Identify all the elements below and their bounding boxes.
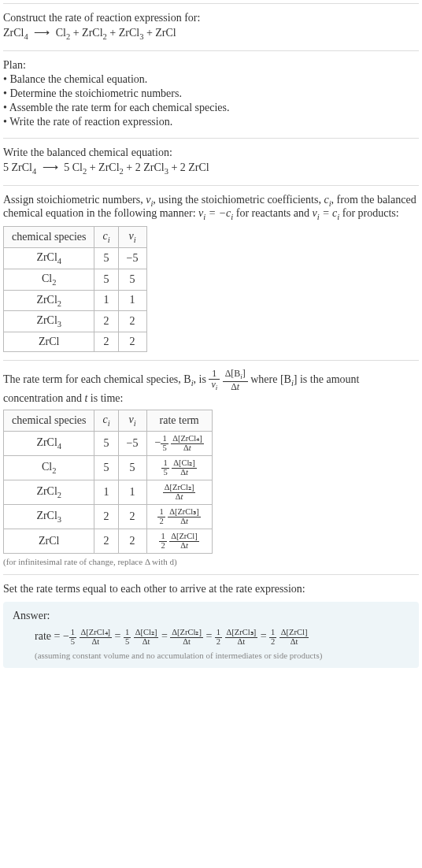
cell-c: 2 (94, 505, 118, 529)
rateterm-caption: (for infinitesimal rate of change, repla… (3, 557, 419, 566)
nu-symbol: νi (146, 194, 153, 206)
eq: νi = −ci (198, 207, 233, 219)
reactant-text: ZrCl (3, 27, 24, 39)
rateterm-section: The rate term for each chemical species,… (3, 360, 419, 574)
col-rate: rate term (146, 410, 212, 432)
table-row: Cl255 (4, 269, 147, 290)
cell-species: ZrCl3 (4, 311, 94, 332)
cell-v: 1 (118, 290, 146, 311)
col-ci: ci (94, 410, 118, 432)
cell-v: 1 (118, 480, 146, 505)
arrow-icon: ⟶ (43, 161, 58, 174)
table-row: ZrCl322 (4, 311, 147, 332)
cell-rate: 12 Δ[ZrCl₃]Δt (146, 505, 212, 529)
balanced-equation: 5 ZrCl4 ⟶ 5 Cl2 + ZrCl2 + 2 ZrCl3 + 2 Zr… (3, 161, 419, 176)
plan-item: • Balance the chemical equation. (3, 73, 419, 86)
cell-c: 5 (94, 456, 118, 480)
table-row: Cl2 5 5 15 Δ[Cl₂]Δt (4, 456, 213, 480)
table-row: ZrCl22 (4, 332, 147, 352)
cell-rate: −15 Δ[ZrCl₄]Δt (146, 432, 212, 456)
cell-species: ZrCl2 (4, 480, 94, 505)
sub: 4 (24, 32, 28, 41)
plan-item: • Determine the stoichiometric numbers. (3, 87, 419, 100)
rateterm-intro: The rate term for each chemical species,… (3, 369, 419, 405)
final-title: Set the rate terms equal to each other t… (3, 583, 419, 595)
col-ci: ci (94, 227, 118, 248)
cell-rate: 15 Δ[Cl₂]Δt (146, 456, 212, 480)
products: Cl2 + ZrCl2 + ZrCl3 + ZrCl (56, 27, 176, 39)
cell-species: ZrCl2 (4, 290, 94, 311)
text: , is (194, 374, 209, 386)
prompt-section: Construct the rate of reaction expressio… (3, 3, 419, 50)
cell-c: 1 (94, 290, 118, 311)
cell-species: ZrCl (4, 332, 94, 352)
prompt-equation: ZrCl4 ⟶ Cl2 + ZrCl2 + ZrCl3 + ZrCl (3, 26, 419, 41)
cell-c: 5 (94, 432, 118, 456)
text: is time: (87, 392, 123, 404)
answer-note: (assuming constant volume and no accumul… (13, 651, 409, 660)
cell-rate: 12 Δ[ZrCl]Δt (146, 529, 212, 554)
text: Assign stoichiometric numbers, (3, 194, 146, 206)
stoich-section: Assign stoichiometric numbers, νi, using… (3, 185, 419, 361)
cell-species: ZrCl3 (4, 505, 94, 529)
cell-v: 5 (118, 456, 146, 480)
stoich-table: chemical species ci νi ZrCl45−5 Cl255 Zr… (3, 226, 147, 352)
table-row: ZrCl 2 2 12 Δ[ZrCl]Δt (4, 529, 213, 554)
c-symbol: ci (324, 194, 331, 206)
final-section: Set the rate terms equal to each other t… (3, 574, 419, 676)
stoich-intro: Assign stoichiometric numbers, νi, using… (3, 194, 419, 222)
term: 12 Δ[ZrCl]Δt (269, 630, 309, 642)
text: The rate term for each chemical species,… (3, 374, 191, 386)
prompt-title: Construct the rate of reaction expressio… (3, 12, 419, 24)
cell-v: 2 (118, 505, 146, 529)
balanced-section: Write the balanced chemical equation: 5 … (3, 138, 419, 185)
table-row: ZrCl4 5 −5 −15 Δ[ZrCl₄]Δt (4, 432, 213, 456)
term: 12 Δ[ZrCl₃]Δt (215, 630, 257, 642)
cell-species: Cl2 (4, 456, 94, 480)
rate-label: rate = (35, 630, 63, 642)
cell-species: ZrCl4 (4, 432, 94, 456)
cell-c: 2 (94, 529, 118, 554)
frac-dBi-dt: Δ[Bi]Δt (223, 369, 248, 392)
col-species: chemical species (4, 410, 94, 432)
answer-title: Answer: (13, 610, 409, 622)
plan-section: Plan: • Balance the chemical equation. •… (3, 50, 419, 138)
eq: νi = ci (313, 207, 340, 219)
plan-item: • Write the rate of reaction expression. (3, 116, 419, 128)
term: 15 Δ[Cl₂]Δt (124, 630, 158, 642)
col-vi: νi (118, 227, 146, 248)
cell-v: 2 (118, 529, 146, 554)
frac-1-over-nu: 1νi (209, 369, 220, 392)
table-row: ZrCl211 (4, 290, 147, 311)
term: Δ[ZrCl₂]Δt (170, 630, 203, 642)
cell-c: 5 (94, 269, 118, 290)
table-row: ZrCl3 2 2 12 Δ[ZrCl₃]Δt (4, 505, 213, 529)
cell-rate: Δ[ZrCl₂]Δt (146, 480, 212, 505)
cell-c: 2 (94, 332, 118, 352)
text: for products: (339, 207, 398, 219)
arrow-icon: ⟶ (34, 26, 50, 39)
text: for reactants and (233, 207, 312, 219)
cell-v: −5 (118, 247, 146, 269)
cell-v: 2 (118, 332, 146, 352)
cell-species: ZrCl (4, 529, 94, 554)
table-row: ZrCl2 1 1 Δ[ZrCl₂]Δt (4, 480, 213, 505)
table-header-row: chemical species ci νi rate term (4, 410, 213, 432)
table-header-row: chemical species ci νi (4, 227, 147, 248)
cell-species: ZrCl4 (4, 247, 94, 269)
term: −15 Δ[ZrCl₄]Δt (63, 630, 112, 642)
cell-v: 2 (118, 311, 146, 332)
cell-c: 1 (94, 480, 118, 505)
text: , using the stoichiometric coefficients, (153, 194, 324, 206)
cell-v: −5 (118, 432, 146, 456)
balanced-title: Write the balanced chemical equation: (3, 147, 419, 159)
plan-title: Plan: (3, 59, 419, 72)
rateterm-table: chemical species ci νi rate term ZrCl4 5… (3, 410, 213, 554)
rate-expression: rate = −15 Δ[ZrCl₄]Δt = 15 Δ[Cl₂]Δt = Δ[… (13, 629, 409, 646)
table-row: ZrCl45−5 (4, 247, 147, 269)
text: where [B (250, 374, 291, 386)
cell-v: 5 (118, 269, 146, 290)
cell-species: Cl2 (4, 269, 94, 290)
answer-box: Answer: rate = −15 Δ[ZrCl₄]Δt = 15 Δ[Cl₂… (3, 602, 419, 668)
cell-c: 5 (94, 247, 118, 269)
